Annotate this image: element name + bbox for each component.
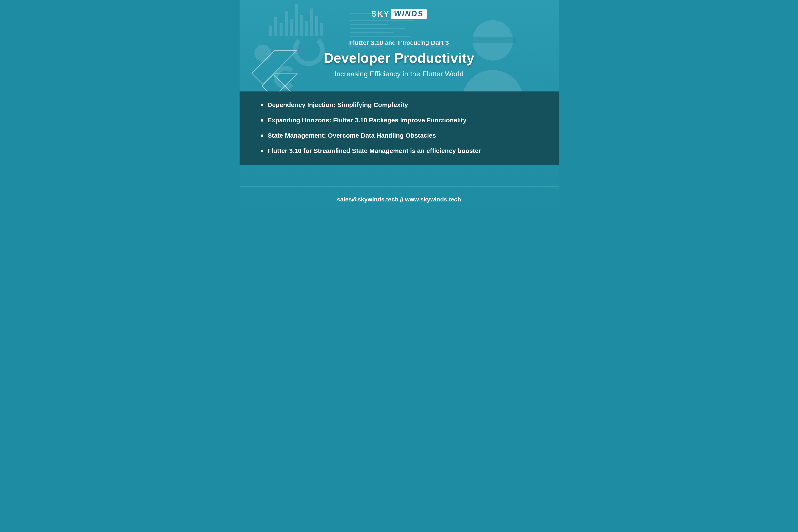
brand-text-part2: WINDS bbox=[391, 9, 427, 19]
bullet-text: Dependency Injection: Simplifying Comple… bbox=[268, 101, 408, 109]
list-item: Flutter 3.10 for Streamlined State Manag… bbox=[261, 147, 537, 154]
slide: SKY WINDS Flutter 3.10 and Introducing D… bbox=[240, 0, 559, 213]
brand-text-part1: SKY bbox=[371, 10, 390, 19]
bullet-text: Expanding Horizons: Flutter 3.10 Package… bbox=[268, 117, 467, 124]
header: Flutter 3.10 and Introducing Dart 3 Deve… bbox=[240, 39, 559, 78]
kicker: Flutter 3.10 and Introducing Dart 3 bbox=[240, 39, 559, 46]
list-item: State Management: Overcome Data Handling… bbox=[261, 132, 537, 139]
bullet-text: Flutter 3.10 for Streamlined State Manag… bbox=[268, 147, 481, 154]
brand-logo: SKY WINDS bbox=[240, 9, 559, 19]
footer-contact: sales@skywinds.tech // www.skywinds.tech bbox=[240, 196, 559, 203]
list-item: Expanding Horizons: Flutter 3.10 Package… bbox=[261, 117, 537, 124]
page-title: Developer Productivity bbox=[240, 50, 559, 66]
kicker-link-dart: Dart 3 bbox=[431, 39, 449, 47]
page-subtitle: Increasing Efficiency in the Flutter Wor… bbox=[240, 70, 559, 78]
kicker-link-flutter: Flutter 3.10 bbox=[349, 39, 383, 47]
bullet-text: State Management: Overcome Data Handling… bbox=[268, 132, 436, 139]
kicker-middle: and Introducing bbox=[383, 39, 431, 46]
list-item: Dependency Injection: Simplifying Comple… bbox=[261, 101, 537, 109]
bullet-panel: Dependency Injection: Simplifying Comple… bbox=[240, 92, 559, 165]
bullet-list: Dependency Injection: Simplifying Comple… bbox=[261, 101, 537, 154]
